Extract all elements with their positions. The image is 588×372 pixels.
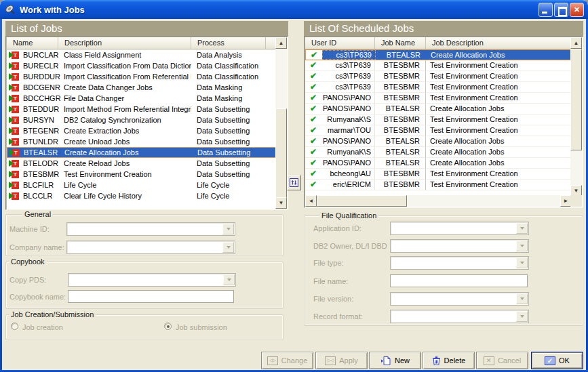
column-header-user-id[interactable]: User ID bbox=[305, 37, 375, 49]
column-header-description[interactable]: Description bbox=[58, 37, 191, 49]
job-name-cell: BTEALSR bbox=[375, 136, 426, 147]
scroll-up-button[interactable]: ▲ bbox=[275, 37, 287, 49]
user-id-cell: RumyanaK\S bbox=[321, 115, 375, 125]
jobs-table: Name Description Process TBURCLARClass F… bbox=[5, 36, 288, 210]
transfer-job-button[interactable] bbox=[287, 175, 301, 190]
ok-button[interactable]: ✓OK bbox=[531, 352, 583, 369]
check-icon: ✔ bbox=[305, 180, 321, 190]
job-name-cell: BLCCLR bbox=[23, 192, 58, 200]
company-name-label: Company name: bbox=[9, 243, 64, 251]
table-row[interactable]: ✔cs3\TP639BTESBMRTest Environment Creati… bbox=[305, 60, 572, 71]
scheduled-jobs-vscrollbar[interactable]: ▲ ▼ bbox=[570, 37, 582, 197]
table-row[interactable]: ✔eric\ERICMBTESBMRTest Environment Creat… bbox=[305, 180, 572, 190]
scroll-down-button[interactable]: ▼ bbox=[275, 197, 287, 209]
close-button[interactable]: ✕ bbox=[570, 3, 584, 17]
green-play-icon bbox=[9, 84, 14, 91]
job-type-icon: T bbox=[7, 73, 23, 81]
chevron-down-icon bbox=[222, 224, 234, 234]
sync-icon bbox=[290, 178, 298, 187]
job-name-cell: BTEDDUR bbox=[23, 105, 58, 113]
new-icon bbox=[380, 356, 391, 366]
user-id-cell: cs3\TP639 bbox=[321, 82, 375, 93]
table-row[interactable]: ✔PANOS\PANOBTEALSRCreate Allocation Jobs bbox=[305, 104, 572, 115]
job-process-cell: Life Cycle bbox=[191, 192, 277, 200]
scroll-thumb[interactable] bbox=[570, 49, 582, 150]
green-play-icon bbox=[9, 62, 14, 69]
minimize-button[interactable] bbox=[538, 3, 553, 17]
job-process-cell: Data Subsetting bbox=[191, 159, 277, 167]
new-button[interactable]: New bbox=[369, 352, 421, 369]
table-row[interactable]: TBURCLARClass Field AssignmentData Analy… bbox=[7, 49, 277, 60]
job-process-cell: Data Analysis bbox=[191, 51, 277, 59]
column-header-process[interactable]: Process bbox=[191, 37, 266, 49]
maximize-button[interactable] bbox=[554, 3, 568, 17]
file-name-input[interactable] bbox=[390, 274, 528, 287]
scroll-thumb[interactable] bbox=[317, 195, 407, 207]
table-row[interactable]: ✔marmar\TOUBTESBMRTest Environment Creat… bbox=[305, 125, 572, 136]
table-row[interactable]: TBURSYNDB2 Catalog SynchronizationData S… bbox=[7, 115, 277, 125]
scheduled-jobs-hscrollbar[interactable]: ◄ ► bbox=[305, 195, 572, 207]
copybook-name-label: Copybook name: bbox=[9, 293, 66, 301]
table-row[interactable]: TBTEALSRCreate Allocation JobsData Subse… bbox=[7, 147, 277, 158]
job-description-cell: Create Reload Jobs bbox=[58, 159, 191, 167]
table-row[interactable]: ✔PANOS\PANOBTEALSRCreate Allocation Jobs bbox=[305, 158, 572, 169]
check-icon: ✔ bbox=[305, 158, 321, 169]
column-header-job-description[interactable]: Job Description bbox=[426, 37, 572, 49]
chevron-down-icon bbox=[516, 311, 528, 322]
table-row[interactable]: ✔PANOS\PANOBTEALSRCreate Allocation Jobs bbox=[305, 136, 572, 147]
copy-pds-label: Copy PDS: bbox=[9, 276, 46, 284]
table-row[interactable]: TBURECLRImport Classification From Data … bbox=[7, 60, 277, 71]
job-description-cell: Clear Life Cycle History bbox=[58, 192, 191, 200]
user-id-cell: cs3\TP639 bbox=[321, 60, 375, 71]
copybook-name-input[interactable] bbox=[68, 290, 234, 303]
delete-button[interactable]: Delete bbox=[423, 352, 475, 369]
column-header-name[interactable]: Name bbox=[7, 37, 58, 49]
table-row[interactable]: TBTEDDURImport Method From Referential I… bbox=[7, 104, 277, 115]
table-row[interactable]: TBLCFILRLife CycleLife Cycle bbox=[7, 180, 277, 190]
scroll-thumb[interactable] bbox=[275, 108, 287, 199]
check-icon: ✔ bbox=[305, 125, 321, 136]
job-name-cell: BTEALSR bbox=[375, 147, 426, 158]
table-row[interactable]: TBTEGENRCreate Extraction JobsData Subse… bbox=[7, 125, 277, 136]
job-name-cell: BTESBMR bbox=[375, 115, 426, 125]
table-row[interactable]: TBLCCLRClear Life Cycle HistoryLife Cycl… bbox=[7, 190, 277, 201]
job-name-cell: BTESBMR bbox=[23, 170, 58, 178]
table-row[interactable]: ✔cs3\TP639BTESBMRTest Environment Creati… bbox=[305, 71, 572, 82]
cancel-button: ✕Cancel bbox=[476, 352, 528, 369]
user-id-cell: RumyanaK\S bbox=[321, 147, 375, 158]
table-row[interactable]: TBTELODRCreate Reload JobsData Subsettin… bbox=[7, 158, 277, 169]
job-process-cell: Data Subsetting bbox=[191, 138, 277, 146]
table-row[interactable]: TBTUNLDRCreate Unload JobsData Subsettin… bbox=[7, 136, 277, 147]
table-row[interactable]: ✔cs3\TP639BTESBMRTest Environment Creati… bbox=[305, 82, 572, 93]
table-row[interactable]: ✔bcheong\AUBTESBMRTest Environment Creat… bbox=[305, 169, 572, 180]
table-row[interactable]: TBDCCHGRFile Data ChangerData Masking bbox=[7, 93, 277, 104]
job-submission-radio bbox=[164, 323, 172, 330]
check-icon: ✔ bbox=[305, 136, 321, 147]
jobs-table-vscrollbar[interactable]: ▲ ▼ bbox=[275, 37, 287, 209]
job-name-cell: BTESBMR bbox=[375, 93, 426, 104]
table-row[interactable]: ✔PANOS\PANOBTESBMRTest Environment Creat… bbox=[305, 93, 572, 104]
job-description-cell: Test Environment Creation bbox=[426, 82, 572, 93]
table-row[interactable]: TBURDDURImport Classification From Refer… bbox=[7, 71, 277, 82]
table-row[interactable]: TBTESBMRTest Environment CreationData Su… bbox=[7, 169, 277, 180]
table-row[interactable]: ✔RumyanaK\SBTESBMRTest Environment Creat… bbox=[305, 115, 572, 125]
right-panel-header: List Of Scheduled Jobs bbox=[304, 21, 583, 36]
title-bar[interactable]: Work with Jobs ✕ bbox=[0, 0, 588, 19]
table-row[interactable]: ✔RumyanaK\SBTEALSRCreate Allocation Jobs bbox=[305, 147, 572, 158]
job-name-cell: BTESBMR bbox=[375, 82, 426, 93]
job-name-cell: BTEALSR bbox=[375, 158, 426, 169]
file-qualification-group-title: File Qualification bbox=[319, 211, 378, 220]
db2-owner-combobox bbox=[390, 239, 529, 253]
job-type-icon: T bbox=[7, 171, 23, 178]
cancel-icon: ✕ bbox=[484, 356, 494, 365]
scroll-up-button[interactable]: ▲ bbox=[570, 37, 582, 49]
machine-id-label: Machine ID: bbox=[9, 225, 50, 233]
job-name-cell: BURDDUR bbox=[23, 73, 58, 81]
table-row[interactable]: TBDCGENRCreate Data Changer JobsData Mas… bbox=[7, 82, 277, 93]
job-description-cell: Life Cycle bbox=[58, 181, 191, 189]
scroll-left-button[interactable]: ◄ bbox=[305, 195, 317, 207]
copy-pds-combobox bbox=[68, 273, 236, 287]
table-row[interactable]: ✔cs3\TP639BTEALSRCreate Allocation Jobs bbox=[305, 49, 572, 60]
job-name-cell: BTESBMR bbox=[375, 180, 426, 190]
column-header-job-name[interactable]: Job Name bbox=[375, 37, 426, 49]
